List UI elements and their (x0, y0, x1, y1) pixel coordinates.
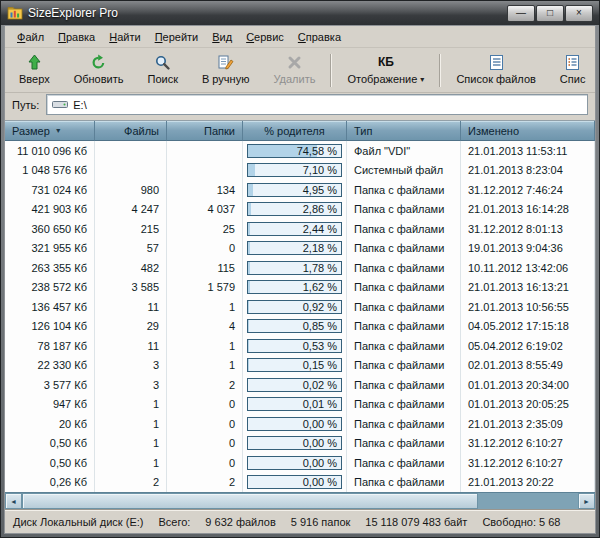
horizontal-scrollbar[interactable]: ◄ ► (5, 492, 595, 509)
menu-item[interactable]: Перейти (148, 28, 206, 46)
cell-type: Папка с файлами (347, 375, 461, 395)
scrollbar-thumb[interactable] (22, 493, 478, 509)
toolbar-separator (330, 54, 332, 87)
table-row[interactable]: 20 Кб100,00 %Папка с файлами21.01.2013 2… (5, 414, 595, 434)
cell-files: 11 (95, 297, 167, 317)
menu-item[interactable]: Сервис (239, 28, 291, 46)
cell-percent: 2,18 % (243, 239, 347, 259)
cell-files (95, 161, 167, 181)
table-row[interactable]: 238 572 Кб3 5851 5791,62 %Папка с файлам… (5, 278, 595, 298)
toolbar-button-up[interactable]: Вверх (7, 50, 62, 91)
table-row[interactable]: 22 330 Кб310,15 %Папка с файлами02.01.20… (5, 356, 595, 376)
menu-item[interactable]: Правка (51, 28, 102, 46)
toolbar-button-delete: Удалить (261, 50, 327, 91)
table-row[interactable]: 11 010 096 Кб74,58 %Файл "VDI"21.01.2013… (5, 141, 595, 161)
chevron-down-icon: ▾ (420, 75, 424, 84)
table-row[interactable]: 1 048 576 Кб7,10 %Системный файл21.01.20… (5, 161, 595, 181)
toolbar-button-label: Спис (560, 73, 586, 85)
cell-size: 263 355 Кб (5, 258, 95, 278)
cell-percent: 0,15 % (243, 356, 347, 376)
column-header-6[interactable]: Изменено (461, 121, 595, 141)
maximize-button[interactable]: □ (536, 5, 564, 22)
cell-files: 1 (95, 395, 167, 415)
table-row[interactable]: 0,50 Кб100,00 %Папка с файлами31.12.2012… (5, 453, 595, 473)
cell-files: 3 585 (95, 278, 167, 298)
menu-item[interactable]: Вид (205, 28, 239, 46)
cell-percent: 0,85 % (243, 317, 347, 337)
cell-type: Папка с файлами (347, 297, 461, 317)
cell-size: 421 903 Кб (5, 200, 95, 220)
cell-size: 0,50 Кб (5, 434, 95, 454)
status-item: 15 118 079 483 байт (365, 516, 467, 528)
menu-item[interactable]: Найти (102, 28, 147, 46)
menu-item[interactable]: Файл (10, 28, 51, 46)
cell-files (95, 141, 167, 161)
percent-text: 0,02 % (303, 379, 337, 391)
percent-bar: 1,78 % (247, 261, 342, 275)
table-row[interactable]: 421 903 Кб4 2474 0372,86 %Папка с файлам… (5, 200, 595, 220)
cell-size: 238 572 Кб (5, 278, 95, 298)
table-row[interactable]: 126 104 Кб2940,85 %Папка с файлами04.05.… (5, 317, 595, 337)
cell-type: Папка с файлами (347, 395, 461, 415)
percent-fill (248, 301, 249, 313)
scroll-right-button[interactable]: ► (578, 493, 595, 509)
table-row[interactable]: 136 457 Кб1110,92 %Папка с файлами21.01.… (5, 297, 595, 317)
cell-percent: 0,02 % (243, 375, 347, 395)
column-header-1[interactable]: Размер▼ (5, 121, 95, 141)
close-button[interactable]: × (565, 5, 593, 22)
cell-type: Системный файл (347, 161, 461, 181)
scrollbar-track[interactable] (22, 493, 578, 509)
column-header-5[interactable]: Тип (347, 121, 461, 141)
client-area: ФайлПравкаНайтиПерейтиВидСервисСправка В… (4, 25, 596, 534)
table-row[interactable]: 947 Кб100,01 %Папка с файлами01.01.2013 … (5, 395, 595, 415)
cell-folders: 2 (167, 473, 243, 493)
table-row[interactable]: 0,26 Кб220,00 %Папка с файлами21.01.2013… (5, 473, 595, 493)
menu-item[interactable]: Справка (291, 28, 348, 46)
toolbar-button-refresh[interactable]: Обновить (62, 50, 136, 91)
cell-files: 2 (95, 473, 167, 493)
cell-folders: 2 (167, 375, 243, 395)
cell-modified: 21.01.2013 8:23:04 (461, 161, 595, 181)
minimize-button[interactable]: — (507, 5, 535, 22)
column-header-3[interactable]: Папки (167, 121, 243, 141)
cell-size: 1 048 576 Кб (5, 161, 95, 181)
path-input[interactable]: E:\ (46, 94, 588, 115)
cell-modified: 01.01.2013 20:34:00 (461, 375, 595, 395)
table-row[interactable]: 360 650 Кб215252,44 %Папка с файлами31.1… (5, 219, 595, 239)
cell-folders: 1 (167, 336, 243, 356)
up-icon (26, 53, 43, 71)
column-header-4[interactable]: % родителя (243, 121, 347, 141)
cell-folders: 4 (167, 317, 243, 337)
table-body: 11 010 096 Кб74,58 %Файл "VDI"21.01.2013… (5, 141, 595, 492)
toolbar-button-units[interactable]: КБОтображение▾ (335, 50, 436, 91)
toolbar-button-search[interactable]: Поиск (135, 50, 189, 91)
cell-type: Папка с файлами (347, 453, 461, 473)
column-header-2[interactable]: Файлы (95, 121, 167, 141)
cell-modified: 21.01.2013 11:53:11 (461, 141, 595, 161)
cell-type: Папка с файлами (347, 473, 461, 493)
table-row[interactable]: 731 024 Кб9801344,95 %Папка с файлами31.… (5, 180, 595, 200)
percent-bar: 1,62 % (247, 280, 342, 294)
toolbar-button-file-list-2[interactable]: Спис (548, 50, 595, 91)
cell-folders (167, 141, 243, 161)
column-header-label: Тип (354, 125, 372, 137)
percent-bar: 0,00 % (247, 417, 342, 431)
toolbar-button-file-list[interactable]: Список файлов (444, 50, 547, 91)
cell-size: 3 577 Кб (5, 375, 95, 395)
column-header-label: Размер (12, 125, 50, 137)
toolbar-button-manual[interactable]: В ручную (190, 50, 261, 91)
table-row[interactable]: 321 955 Кб5702,18 %Папка с файлами19.01.… (5, 239, 595, 259)
cell-size: 947 Кб (5, 395, 95, 415)
cell-modified: 31.12.2012 8:01:13 (461, 219, 595, 239)
percent-fill (248, 281, 250, 293)
scroll-left-button[interactable]: ◄ (5, 493, 22, 509)
table-row[interactable]: 263 355 Кб4821151,78 %Папка с файлами10.… (5, 258, 595, 278)
toolbar: ВверхОбновитьПоискВ ручнуюУдалитьКБОтобр… (5, 48, 595, 93)
cell-modified: 05.04.2012 6:19:02 (461, 336, 595, 356)
table-row[interactable]: 78 187 Кб1110,53 %Папка с файлами05.04.2… (5, 336, 595, 356)
status-item: Свободно: 5 68 (482, 516, 560, 528)
cell-type: Папка с файлами (347, 180, 461, 200)
title-bar[interactable]: SizeExplorer Pro — □ × (1, 1, 599, 25)
table-row[interactable]: 0,50 Кб100,00 %Папка с файлами31.12.2012… (5, 434, 595, 454)
table-row[interactable]: 3 577 Кб320,02 %Папка с файлами01.01.201… (5, 375, 595, 395)
